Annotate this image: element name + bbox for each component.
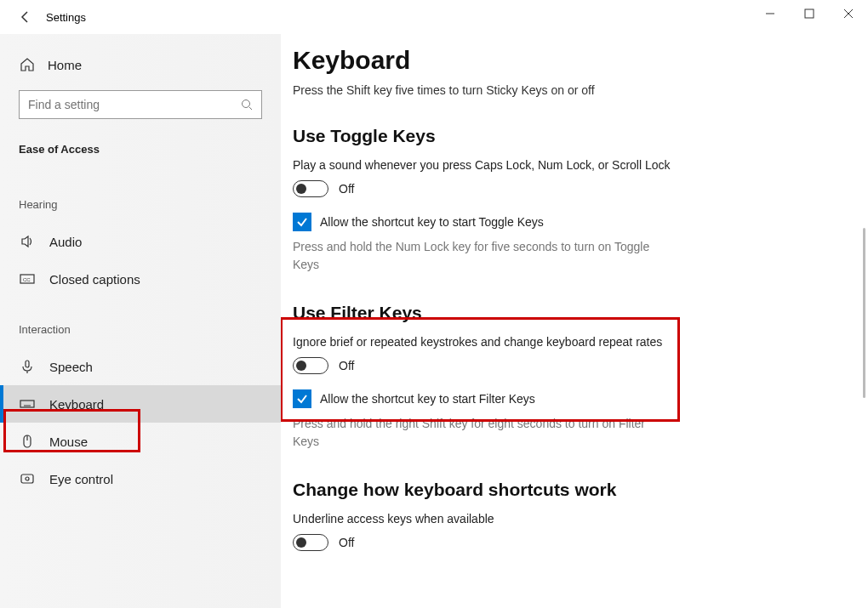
sidebar-item-label: Keyboard — [49, 397, 104, 412]
eye-icon — [19, 470, 36, 487]
maximize-icon — [804, 9, 814, 19]
scrollbar[interactable] — [863, 228, 865, 398]
filter-keys-hint: Press and hold the right Shift key for e… — [293, 415, 667, 451]
minimize-icon — [765, 9, 775, 19]
svg-line-3 — [249, 107, 252, 110]
filter-keys-desc: Ignore brief or repeated keystrokes and … — [293, 335, 693, 349]
cc-icon: CC — [19, 270, 36, 287]
svg-rect-6 — [26, 361, 29, 367]
sidebar-item-keyboard[interactable]: Keyboard — [0, 385, 281, 423]
page-title: Keyboard — [293, 46, 842, 75]
filter-keys-heading: Use Filter Keys — [293, 303, 842, 323]
sidebar-item-closed-captions[interactable]: CC Closed captions — [0, 260, 281, 298]
window-title: Settings — [46, 11, 86, 24]
maximize-button[interactable] — [790, 0, 829, 27]
toggle-keys-desc: Play a sound whenever you press Caps Loc… — [293, 158, 693, 172]
svg-rect-7 — [20, 401, 34, 407]
sidebar-item-mouse[interactable]: Mouse — [0, 423, 281, 460]
sidebar-item-speech[interactable]: Speech — [0, 348, 281, 385]
underline-shortcuts-switch[interactable] — [293, 534, 328, 551]
toggle-keys-shortcut-checkbox[interactable] — [293, 213, 311, 231]
speaker-icon — [19, 233, 36, 250]
filter-keys-state: Off — [339, 359, 354, 372]
toggle-keys-checkbox-label: Allow the shortcut key to start Toggle K… — [320, 215, 544, 229]
arrow-left-icon — [19, 10, 32, 24]
sidebar-item-label: Closed captions — [49, 272, 140, 287]
toggle-keys-state: Off — [339, 182, 354, 196]
sidebar-item-label: Mouse — [49, 435, 88, 449]
home-icon — [19, 56, 36, 73]
mouse-icon — [19, 433, 36, 450]
home-label: Home — [48, 58, 82, 72]
section-heading: Ease of Access — [0, 134, 281, 173]
sidebar-item-label: Speech — [49, 360, 93, 374]
toggle-keys-hint: Press and hold the Num Lock key for five… — [293, 238, 667, 274]
toggle-keys-switch[interactable] — [293, 180, 328, 197]
filter-keys-switch[interactable] — [293, 357, 328, 374]
svg-text:CC: CC — [23, 277, 31, 282]
checkmark-icon — [296, 393, 308, 405]
svg-point-2 — [243, 100, 250, 108]
svg-rect-15 — [21, 474, 33, 483]
search-icon — [241, 99, 253, 111]
search-input[interactable] — [28, 98, 241, 111]
sidebar-item-eye-control[interactable]: Eye control — [0, 460, 281, 497]
title-bar: Settings — [0, 0, 868, 34]
search-box[interactable] — [19, 90, 262, 119]
toggle-keys-section: Use Toggle Keys Play a sound whenever yo… — [293, 126, 842, 274]
shortcuts-heading: Change how keyboard shortcuts work — [293, 480, 842, 500]
filter-keys-shortcut-checkbox[interactable] — [293, 389, 311, 408]
back-button[interactable] — [14, 5, 37, 29]
shortcuts-section: Change how keyboard shortcuts work Under… — [293, 480, 842, 551]
home-nav[interactable]: Home — [0, 49, 281, 80]
group-heading-hearing: Hearing — [0, 173, 281, 223]
checkmark-icon — [296, 216, 308, 228]
keyboard-icon — [19, 395, 36, 412]
filter-keys-checkbox-label: Allow the shortcut key to start Filter K… — [320, 392, 535, 406]
page-subtitle: Press the Shift key five times to turn S… — [293, 83, 842, 97]
sidebar-item-label: Audio — [49, 235, 82, 249]
svg-rect-1 — [805, 9, 814, 18]
svg-point-16 — [26, 477, 29, 480]
main-content: Keyboard Press the Shift key five times … — [281, 34, 868, 608]
minimize-button[interactable] — [751, 0, 790, 27]
toggle-keys-heading: Use Toggle Keys — [293, 126, 842, 146]
sidebar-item-audio[interactable]: Audio — [0, 223, 281, 260]
sidebar: Home Ease of Access Hearing Audio CC Clo… — [0, 34, 281, 608]
close-icon — [843, 9, 854, 19]
mic-icon — [19, 358, 36, 375]
close-button[interactable] — [829, 0, 868, 27]
filter-keys-section: Use Filter Keys Ignore brief or repeated… — [293, 303, 842, 451]
window-controls — [751, 0, 868, 27]
underline-shortcuts-state: Off — [339, 536, 354, 549]
group-heading-interaction: Interaction — [0, 298, 281, 348]
shortcuts-desc: Underline access keys when available — [293, 512, 693, 526]
sidebar-item-label: Eye control — [49, 472, 113, 486]
